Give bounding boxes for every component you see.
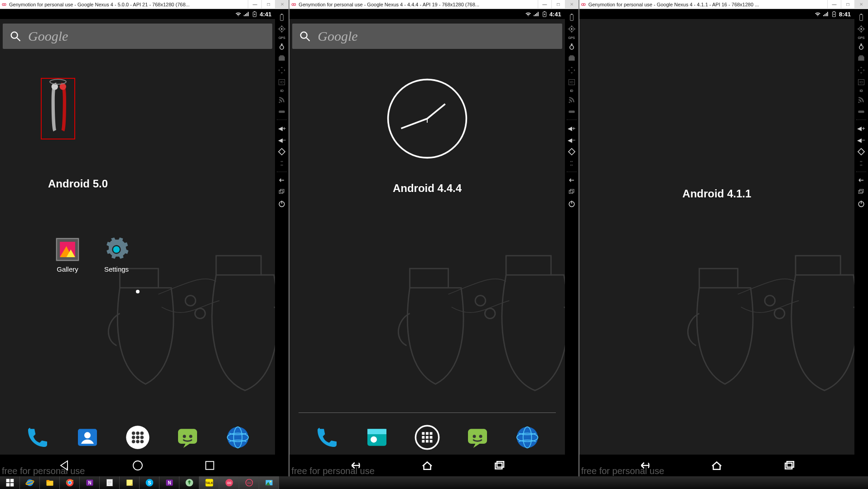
nav-recents-button[interactable] — [492, 459, 506, 472]
volume-down-icon[interactable]: ◀− — [857, 135, 866, 144]
messaging-app[interactable] — [175, 425, 200, 450]
battery-icon[interactable] — [567, 13, 576, 22]
messaging-app[interactable] — [465, 425, 490, 450]
taskbar-explorer[interactable] — [40, 476, 60, 489]
gps-icon[interactable] — [277, 24, 286, 34]
browser-app[interactable] — [515, 425, 540, 450]
taskbar-notepad[interactable] — [100, 476, 120, 489]
volume-down-icon[interactable]: ◀− — [567, 135, 576, 144]
window-titlebar[interactable]: oo Genymotion for personal use - Google … — [0, 0, 289, 9]
taskbar-onenote[interactable]: N — [80, 476, 100, 489]
gps-icon[interactable] — [857, 24, 866, 34]
phone-app[interactable] — [25, 425, 50, 450]
camera-icon[interactable] — [567, 42, 576, 51]
minimize-button[interactable]: — — [538, 0, 551, 9]
volume-up-icon[interactable]: ◀+ — [277, 124, 286, 133]
capture-icon[interactable] — [277, 54, 286, 63]
rss-icon[interactable] — [277, 95, 286, 104]
battery-icon[interactable] — [857, 13, 866, 22]
nav-back-button[interactable] — [638, 459, 651, 472]
contacts-app[interactable] — [75, 425, 100, 450]
apps-drawer-button[interactable] — [125, 425, 150, 450]
android-statusbar[interactable]: 4:41 — [289, 9, 564, 19]
recent-nav-icon[interactable] — [277, 187, 286, 197]
close-button[interactable]: ✕ — [275, 0, 289, 9]
id-icon[interactable]: ID — [277, 77, 286, 86]
window-titlebar[interactable]: oo Genymotion for personal use - Google … — [289, 0, 578, 9]
pixel-icon[interactable]: ▪▪▪▪ — [277, 159, 286, 168]
capture-icon[interactable] — [567, 54, 576, 63]
nav-back-button[interactable] — [348, 459, 362, 472]
apps-drawer-button[interactable] — [415, 425, 440, 450]
nav-recents-button[interactable] — [782, 459, 796, 472]
phone-app[interactable] — [314, 425, 340, 450]
nav-back-button[interactable] — [58, 459, 72, 472]
taskbar-ie[interactable] — [20, 476, 40, 489]
phone-screen[interactable]: 4:41 Google — [289, 9, 564, 476]
rotate-icon[interactable] — [277, 147, 286, 156]
google-search-widget[interactable]: Google — [292, 24, 562, 49]
minimize-button[interactable]: — — [248, 0, 261, 9]
id-icon[interactable]: ID — [567, 77, 576, 86]
taskbar-geny2[interactable]: oo — [239, 476, 259, 489]
maximize-button[interactable]: □ — [261, 0, 275, 9]
windows-taskbar[interactable]: NSNTALKoooo — [0, 476, 868, 489]
nav-home-button[interactable] — [131, 459, 145, 472]
home-screen[interactable]: Google Android 4.4.4 — [289, 19, 564, 476]
close-button[interactable]: ✕ — [565, 0, 579, 9]
gps-icon[interactable] — [567, 24, 576, 34]
move-icon[interactable] — [857, 66, 866, 75]
highlighted-app-icon[interactable] — [41, 78, 75, 139]
close-button[interactable]: ✕ — [854, 0, 868, 9]
settings-app[interactable]: Settings — [103, 236, 130, 273]
back-nav-icon[interactable] — [857, 176, 866, 185]
power-icon[interactable] — [567, 199, 576, 208]
taskbar-chrome[interactable] — [60, 476, 80, 489]
taskbar-start[interactable] — [0, 476, 20, 489]
sms-icon[interactable] — [857, 107, 866, 116]
home-screen[interactable]: Google Android 5.0 Gallery — [0, 19, 275, 476]
android-statusbar[interactable]: 4:41 — [0, 9, 275, 19]
power-icon[interactable] — [857, 199, 866, 208]
phone-screen[interactable]: 8:41 Android 4.1.1 — [579, 9, 854, 476]
taskbar-geny1[interactable]: oo — [219, 476, 239, 489]
volume-up-icon[interactable]: ◀+ — [857, 124, 866, 133]
taskbar-sticky[interactable] — [120, 476, 140, 489]
move-icon[interactable] — [567, 66, 576, 75]
android-statusbar[interactable]: 8:41 — [579, 9, 854, 19]
rotate-icon[interactable] — [567, 147, 576, 156]
back-nav-icon[interactable] — [567, 176, 576, 185]
recent-nav-icon[interactable] — [857, 187, 866, 197]
taskbar-skype[interactable]: S — [140, 476, 159, 489]
home-screen[interactable]: Android 4.1.1 free for personal use — [579, 19, 854, 476]
recent-nav-icon[interactable] — [567, 187, 576, 197]
move-icon[interactable] — [277, 66, 286, 75]
taskbar-kakao[interactable]: TALK — [199, 476, 219, 489]
sms-icon[interactable] — [277, 107, 286, 116]
rss-icon[interactable] — [567, 95, 576, 104]
contacts-app[interactable] — [364, 425, 390, 450]
capture-icon[interactable] — [857, 54, 866, 63]
window-titlebar[interactable]: oo Genymotion for personal use - Google … — [579, 0, 868, 9]
analog-clock-widget[interactable] — [386, 78, 468, 159]
browser-app[interactable] — [225, 425, 251, 450]
taskbar-n2[interactable]: N — [159, 476, 179, 489]
gallery-app[interactable]: Gallery — [54, 236, 81, 273]
sms-icon[interactable] — [567, 107, 576, 116]
pixel-icon[interactable]: ▪▪▪▪ — [567, 159, 576, 168]
pixel-icon[interactable]: ▪▪▪▪ — [857, 159, 866, 168]
back-nav-icon[interactable] — [277, 176, 286, 185]
volume-down-icon[interactable]: ◀− — [277, 135, 286, 144]
camera-icon[interactable] — [277, 42, 286, 51]
rss-icon[interactable] — [857, 95, 866, 104]
google-search-widget[interactable]: Google — [3, 24, 272, 49]
rotate-icon[interactable] — [857, 147, 866, 156]
phone-screen[interactable]: 4:41 Google — [0, 9, 275, 476]
maximize-button[interactable]: □ — [551, 0, 565, 9]
nav-recents-button[interactable] — [203, 459, 217, 472]
volume-up-icon[interactable]: ◀+ — [567, 124, 576, 133]
nav-home-button[interactable] — [710, 459, 723, 472]
taskbar-androidstudio[interactable] — [179, 476, 199, 489]
camera-icon[interactable] — [857, 42, 866, 51]
battery-icon[interactable] — [277, 13, 286, 22]
